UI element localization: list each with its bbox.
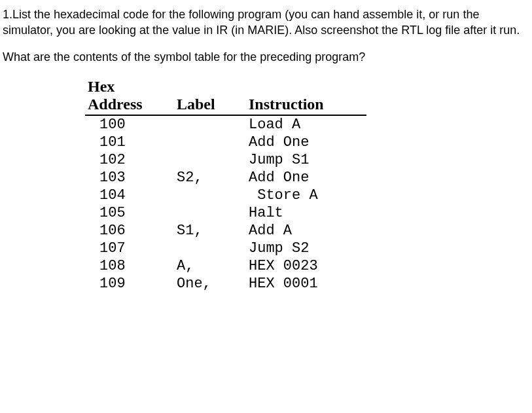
header-address-line1: Hex bbox=[88, 78, 115, 95]
cell-label bbox=[177, 240, 249, 257]
header-address-line2: Address bbox=[88, 96, 143, 113]
cell-address: 109 bbox=[85, 275, 177, 293]
cell-address: 102 bbox=[85, 151, 177, 169]
cell-instruction: Halt bbox=[249, 204, 366, 222]
header-address: Hex Address bbox=[85, 78, 177, 115]
cell-instruction: HEX 0023 bbox=[249, 257, 366, 275]
cell-instruction: HEX 0001 bbox=[249, 275, 366, 293]
cell-label bbox=[177, 115, 249, 134]
table-row: 107 Jump S2 bbox=[85, 240, 366, 257]
table-row: 109 One, HEX 0001 bbox=[85, 275, 366, 293]
table-row: 103 S2, Add One bbox=[85, 169, 366, 187]
cell-label: One, bbox=[177, 275, 249, 293]
cell-instruction: Add A bbox=[249, 222, 366, 240]
cell-label bbox=[177, 151, 249, 169]
question-paragraph-2: What are the contents of the symbol tabl… bbox=[3, 49, 527, 65]
cell-address: 105 bbox=[85, 204, 177, 222]
cell-instruction: Jump S2 bbox=[249, 240, 366, 257]
cell-label bbox=[177, 134, 249, 151]
table-row: 101 Add One bbox=[85, 134, 366, 151]
question-block: 1.List the hexadecimal code for the foll… bbox=[3, 7, 527, 65]
cell-address: 106 bbox=[85, 222, 177, 240]
cell-address: 100 bbox=[85, 115, 177, 134]
cell-address: 104 bbox=[85, 187, 177, 204]
table-row: 108 A, HEX 0023 bbox=[85, 257, 366, 275]
cell-address: 107 bbox=[85, 240, 177, 257]
program-table: Hex Address Label Instruction 100 Load A… bbox=[85, 78, 366, 293]
cell-label: S2, bbox=[177, 169, 249, 187]
table-row: 106 S1, Add A bbox=[85, 222, 366, 240]
table-row: 102 Jump S1 bbox=[85, 151, 366, 169]
question-paragraph-1: 1.List the hexadecimal code for the foll… bbox=[3, 7, 527, 39]
cell-label bbox=[177, 187, 249, 204]
table-row: 105 Halt bbox=[85, 204, 366, 222]
cell-instruction: Store A bbox=[249, 187, 366, 204]
cell-label bbox=[177, 204, 249, 222]
cell-instruction: Add One bbox=[249, 134, 366, 151]
cell-address: 103 bbox=[85, 169, 177, 187]
cell-label: S1, bbox=[177, 222, 249, 240]
cell-instruction: Add One bbox=[249, 169, 366, 187]
cell-instruction: Load A bbox=[249, 115, 366, 134]
table-row: 104 Store A bbox=[85, 187, 366, 204]
header-label: Label bbox=[177, 78, 249, 115]
cell-instruction: Jump S1 bbox=[249, 151, 366, 169]
header-instruction: Instruction bbox=[249, 78, 366, 115]
table-row: 100 Load A bbox=[85, 115, 366, 134]
cell-address: 108 bbox=[85, 257, 177, 275]
cell-label: A, bbox=[177, 257, 249, 275]
cell-address: 101 bbox=[85, 134, 177, 151]
